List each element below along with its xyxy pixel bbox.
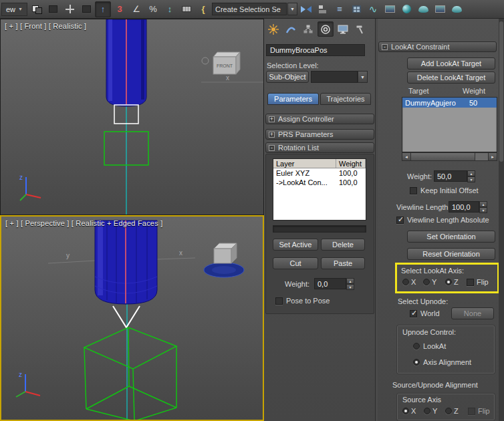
spinner-snap-icon[interactable]: ↕ (162, 1, 178, 17)
target-list-hscrollbar[interactable]: ◄ ► (402, 152, 497, 161)
reset-orientation-button[interactable]: Reset Orientation (407, 248, 495, 260)
scroll-right-icon[interactable]: ► (488, 153, 497, 160)
perspective-viewport-canvas[interactable]: y x (1, 217, 263, 420)
collapse-icon[interactable]: - (382, 44, 388, 50)
weight-column-header[interactable]: Weight (336, 159, 366, 168)
object-name-field[interactable]: DummyBrocaPos (266, 44, 365, 56)
source-flip-checkbox[interactable] (468, 408, 475, 415)
world-upnode-checkbox[interactable] (410, 310, 417, 317)
material-editor-icon[interactable] (398, 1, 414, 17)
selection-set-icon[interactable] (28, 1, 44, 17)
scrollbar-thumb[interactable] (499, 21, 503, 162)
layer-manager-icon[interactable]: ≡ (332, 1, 348, 17)
cylinder-object[interactable] (106, 19, 146, 106)
keyboard-override-icon[interactable] (178, 1, 195, 17)
lookat-target-list[interactable]: DummyAgujero 50 (402, 97, 497, 152)
dark-tool-icon[interactable] (45, 1, 61, 17)
render-icon[interactable] (449, 1, 465, 17)
percent-snap-icon[interactable]: % (145, 1, 161, 17)
viewport-label[interactable]: [ + ] [ Front ] [ Realistic ] (5, 22, 86, 30)
lookat-axis-y-radio[interactable] (423, 279, 430, 285)
weight-spinner[interactable] (346, 278, 354, 289)
dark-tool2-icon[interactable] (78, 1, 94, 17)
target-weight-spinner[interactable] (467, 170, 475, 182)
source-axis-x-radio[interactable] (402, 408, 409, 414)
rollout-prs-parameters[interactable]: + PRS Parameters (265, 129, 374, 140)
spinner-down-icon[interactable] (346, 284, 354, 290)
combo-dropdown-button[interactable]: ▼ (287, 3, 297, 15)
curve-editor-icon[interactable]: ∿ (365, 1, 381, 17)
create-tab[interactable] (265, 21, 281, 37)
sub-object-level-combo[interactable] (311, 71, 358, 83)
spinner-down-icon[interactable] (479, 207, 487, 213)
angle-snap-icon[interactable]: ∠ (128, 1, 144, 17)
rollout-rotation-list[interactable]: - Rotation List (265, 142, 374, 153)
utilities-tab[interactable] (352, 21, 368, 37)
viewport-perspective[interactable]: y x (0, 215, 264, 421)
viewline-absolute-checkbox[interactable] (396, 217, 404, 224)
cut-button[interactable]: Cut (273, 257, 318, 269)
lookat-axis-z-radio[interactable] (445, 279, 452, 285)
display-tab[interactable] (335, 21, 351, 37)
source-axis-z-radio[interactable] (445, 408, 452, 414)
layer-column-header[interactable]: Layer (273, 159, 336, 168)
upnode-lookat-radio[interactable] (413, 343, 420, 349)
hierarchy-tab[interactable] (300, 21, 316, 37)
lookat-axis-x-radio[interactable] (402, 279, 409, 285)
set-active-button[interactable]: Set Active (273, 239, 318, 251)
motion-tab[interactable] (318, 21, 334, 37)
viewport-front[interactable]: x FRONT z [ + (0, 19, 264, 215)
pose-to-pose-checkbox[interactable] (275, 297, 283, 305)
rotation-list-row[interactable]: ->LookAt Con... 100,0 (273, 178, 366, 187)
snap-toggle-3d-icon[interactable]: 3 (112, 1, 128, 17)
target-weight-field[interactable]: 50,0 (434, 170, 467, 182)
scrollbar-thumb[interactable] (411, 153, 475, 160)
schematic-view-icon[interactable] (382, 1, 398, 17)
collapse-icon[interactable]: - (269, 145, 275, 151)
scroll-left-icon[interactable]: ◄ (402, 153, 411, 160)
paste-button[interactable]: Paste (321, 257, 365, 269)
lookat-flip-checkbox[interactable] (467, 279, 474, 286)
panel-vscrollbar[interactable] (499, 19, 504, 421)
target-list-row-selected[interactable]: DummyAgujero 50 (402, 98, 497, 108)
delete-layer-button[interactable]: Delete (321, 239, 365, 251)
spinner-down-icon[interactable] (467, 176, 475, 182)
source-axis-y-radio[interactable] (424, 408, 430, 414)
align-icon[interactable] (315, 1, 331, 17)
weight-spinner-field[interactable]: 0,0 (314, 278, 346, 289)
named-selection-set-combo[interactable]: Create Selection Se (212, 3, 287, 15)
viewline-length-field[interactable]: 100,0 (449, 201, 479, 213)
viewport-label[interactable]: [ + ] [ Perspective ] [ Realistic + Edge… (5, 219, 162, 227)
modify-tab[interactable] (283, 21, 299, 37)
rollout-assign-controller[interactable]: + Assign Controller (265, 114, 374, 124)
expand-icon[interactable]: + (269, 132, 275, 138)
delete-lookat-target-button[interactable]: Delete LookAt Target (407, 72, 495, 84)
tab-parameters[interactable]: Parameters (267, 93, 319, 105)
rotation-list-row[interactable]: Euler XYZ 100,0 (273, 168, 366, 178)
mirror-icon[interactable] (298, 1, 314, 17)
spinner-up-icon[interactable] (346, 278, 354, 284)
edit-named-selections-icon[interactable]: { (195, 1, 211, 17)
keep-initial-offset-checkbox[interactable] (410, 187, 417, 194)
rotation-layer-list[interactable]: Layer Weight Euler XYZ 100,0 ->LookAt Co… (273, 158, 366, 221)
add-lookat-target-button[interactable]: Add LookAt Target (407, 57, 495, 69)
front-viewport-canvas[interactable]: x FRONT z (1, 19, 263, 215)
sub-object-combo-dropdown[interactable]: ▼ (358, 71, 368, 83)
expand-icon[interactable]: + (269, 116, 275, 122)
viewline-length-spinner[interactable] (479, 201, 487, 213)
tab-trajectories[interactable]: Trajectories (320, 93, 371, 105)
render-setup-icon[interactable] (415, 1, 431, 17)
transform-gizmo-icon[interactable] (61, 1, 78, 17)
clipped-menu[interactable]: ew ▼ (1, 3, 27, 16)
spinner-up-icon[interactable] (467, 170, 475, 176)
upnode-axis-alignment-radio[interactable] (413, 359, 420, 366)
select-object-icon[interactable]: ↑ (95, 1, 111, 17)
sub-object-button[interactable]: Sub-Object (266, 71, 309, 83)
graphite-tools-icon[interactable] (348, 1, 364, 17)
rollout-lookat-constraint[interactable]: - LookAt Constraint (378, 41, 497, 52)
upnode-none-button[interactable]: None (451, 307, 494, 319)
rendered-frame-icon[interactable] (432, 1, 448, 17)
spinner-up-icon[interactable] (479, 201, 487, 207)
cylinder-object[interactable] (95, 221, 157, 304)
set-orientation-button[interactable]: Set Orientation (407, 231, 495, 243)
